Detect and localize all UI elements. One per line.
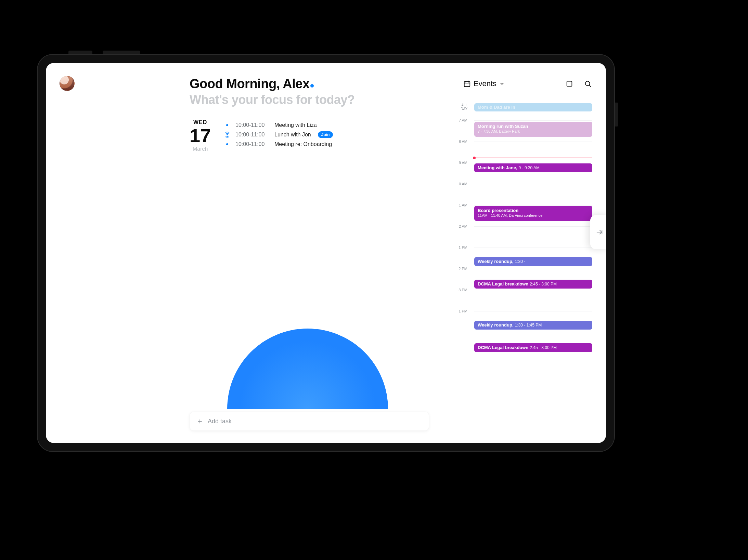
agenda-title: Meeting re: Onboarding	[274, 141, 332, 147]
agenda-time: 10:00-11:00	[235, 141, 270, 147]
arrow-right-icon	[596, 228, 603, 236]
hour-label: 8 AM	[454, 139, 467, 144]
agenda-list: 10:00-11:00Meeting with Liza10:00-11:00L…	[224, 120, 333, 149]
search-icon	[584, 80, 592, 88]
hour-label: 1 PM	[454, 309, 467, 313]
events-dropdown[interactable]: Events	[463, 79, 505, 88]
sunrise-illustration	[227, 329, 388, 409]
join-button[interactable]: Join	[318, 131, 333, 138]
svg-rect-1	[567, 81, 572, 86]
separator	[474, 163, 592, 163]
sun-shape	[227, 329, 388, 409]
calendar-event[interactable]: Weekly roundup, 1:30 -	[474, 257, 592, 266]
chevron-down-icon	[499, 81, 505, 86]
separator	[474, 290, 592, 290]
avatar[interactable]	[60, 76, 75, 91]
timeline-tracks[interactable]: Mom & Dad are inMorning run with Suzan7 …	[474, 101, 592, 429]
day-number: 17	[190, 126, 211, 145]
hour-label: 0 AM	[454, 182, 467, 186]
hour-label: 9 AM	[454, 161, 467, 165]
tablet-button	[103, 51, 140, 55]
hour-label: 1 PM	[454, 245, 467, 250]
tablet-button	[614, 103, 618, 126]
agenda-title: Lunch with Jon	[274, 132, 311, 138]
allday-label-2: DAY	[454, 107, 467, 111]
events-label: Events	[474, 79, 496, 88]
app-screen: Good Morning, Alex What's your focus for…	[46, 63, 606, 443]
greeting: Good Morning, Alex	[190, 77, 355, 91]
plus-icon: ＋	[196, 417, 204, 425]
toolbar: Events	[463, 77, 592, 88]
separator	[474, 311, 592, 311]
month-name: March	[190, 146, 211, 152]
separator	[474, 248, 592, 248]
tablet-frame: Good Morning, Alex What's your focus for…	[38, 55, 614, 451]
svg-rect-0	[464, 82, 470, 87]
separator	[474, 113, 592, 113]
svg-line-3	[589, 85, 591, 86]
agenda-time: 10:00-11:00	[235, 122, 270, 128]
title-block: Good Morning, Alex What's your focus for…	[190, 77, 355, 107]
agenda-title: Meeting with Liza	[274, 122, 317, 128]
agenda-time: 10:00-11:00	[235, 132, 270, 138]
subtitle: What's your focus for today?	[190, 93, 355, 107]
calendar-event[interactable]: DCMA Legal breakdown 2:45 - 3:00 PM	[474, 280, 592, 289]
calendar-event[interactable]: Board presentation11AM - 11:40 AM, Da Vi…	[474, 206, 592, 221]
separator	[474, 184, 592, 184]
calendar-event[interactable]: Meeting with Jane, 9 - 9:30 AM	[474, 163, 592, 172]
tablet-shadow	[89, 444, 561, 520]
add-task-input[interactable]	[208, 418, 423, 425]
now-indicator	[474, 158, 592, 158]
allday-event[interactable]: Mom & Dad are in	[474, 103, 592, 111]
layout-toggle-button[interactable]	[565, 79, 574, 88]
agenda-row[interactable]: 10:00-11:00Meeting with Liza	[224, 120, 333, 130]
search-button[interactable]	[583, 79, 592, 88]
allday-label-1: ALL	[454, 103, 467, 107]
greeting-text: Good Morning, Alex	[190, 77, 310, 91]
live-indicator-icon	[224, 131, 231, 138]
hour-label: 1 AM	[454, 203, 467, 207]
bullet-icon	[224, 124, 231, 126]
agenda-row[interactable]: 10:00-11:00Meeting re: Onboarding	[224, 139, 333, 149]
date-block: WED 17 March	[190, 119, 211, 152]
separator	[474, 226, 592, 227]
separator	[474, 269, 592, 269]
calendar-event[interactable]: Weekly roundup, 1:30 - 1:45 PM	[474, 321, 592, 330]
square-icon	[566, 80, 573, 88]
agenda-row[interactable]: 10:00-11:00Lunch with JonJoin	[224, 130, 333, 139]
separator	[474, 205, 592, 205]
timeline: ALL DAY 7 AM8 AM9 AM0 AM1 AM2 AM1 PM2 PM…	[454, 101, 592, 429]
calendar-event[interactable]: DCMA Legal breakdown 2:45 - 3:00 PM	[474, 343, 592, 352]
hour-label: 7 AM	[454, 118, 467, 122]
add-task-bar[interactable]: ＋	[190, 412, 429, 431]
hour-label: 2 PM	[454, 267, 467, 271]
allday-label: ALL DAY	[454, 103, 467, 111]
separator	[474, 142, 592, 142]
calendar-event[interactable]: Morning run with Suzan7 - 7:30 AM, Batte…	[474, 122, 592, 137]
hour-label: 3 PM	[454, 288, 467, 292]
accent-dot-icon	[310, 84, 314, 88]
bullet-icon	[224, 143, 231, 145]
hour-label: 2 AM	[454, 224, 467, 228]
tablet-button	[68, 51, 92, 55]
calendar-icon	[463, 80, 471, 88]
next-day-tab[interactable]	[590, 215, 606, 249]
separator	[474, 120, 592, 121]
